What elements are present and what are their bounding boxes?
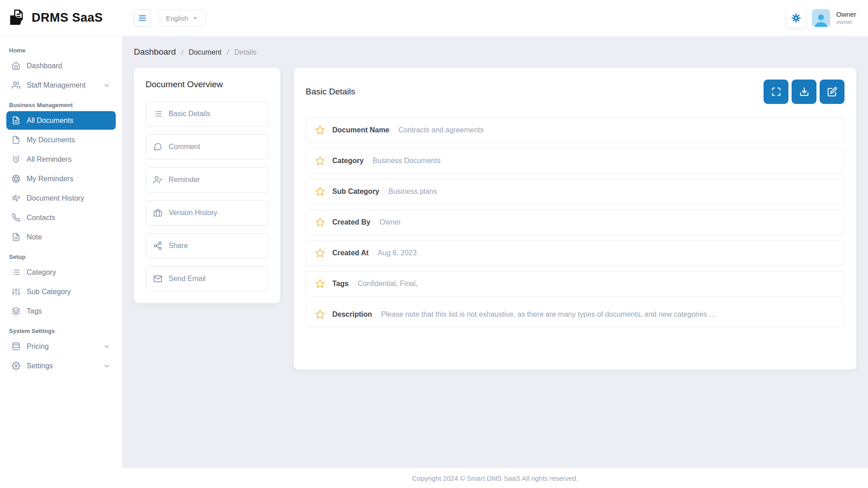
copyright-text: Copyright 2024 © Smart DMS SaaS All righ… xyxy=(412,474,578,482)
note-icon xyxy=(12,233,20,241)
star-icon xyxy=(315,279,325,289)
share-button[interactable]: Share xyxy=(146,233,269,258)
sidebar-item-dashboard[interactable]: Dashboard xyxy=(6,56,116,75)
sidebar-item-tags[interactable]: Tags xyxy=(6,302,116,320)
button-label: Reminder xyxy=(169,176,200,184)
sidebar-item-label: Sub Category xyxy=(27,288,71,296)
sidebar-item-label: My Documents xyxy=(27,136,75,144)
row-label: Tags xyxy=(332,280,349,288)
download-button[interactable] xyxy=(792,80,816,104)
chevron-down-icon xyxy=(103,362,110,370)
star-icon xyxy=(315,248,325,258)
edit-button[interactable] xyxy=(820,80,844,104)
sidebar-item-all-documents[interactable]: All Documents xyxy=(6,111,116,130)
sidebar-item-label: Settings xyxy=(27,362,53,370)
row-label: Description xyxy=(332,310,372,319)
sidebar-toggle-button[interactable] xyxy=(134,9,151,27)
version-history-button[interactable]: Version History xyxy=(146,200,269,225)
user-menu[interactable]: Owner owner xyxy=(836,10,856,26)
button-label: Send Email xyxy=(169,275,206,283)
gear-icon xyxy=(791,13,801,23)
breadcrumb-details: Details xyxy=(234,48,256,56)
hamburger-icon xyxy=(138,14,147,23)
star-icon xyxy=(315,310,325,319)
basic-details-button[interactable]: Basic Details xyxy=(146,101,269,127)
sidebar-item-staff-management[interactable]: Staff Management xyxy=(6,76,116,94)
briefcase-icon xyxy=(153,208,162,217)
share-icon xyxy=(153,241,162,250)
footer: Copyright 2024 © Smart DMS SaaS All righ… xyxy=(122,468,868,488)
detail-row-description: Description Please note that this list i… xyxy=(306,302,844,327)
button-label: Share xyxy=(169,242,188,250)
button-label: Basic Details xyxy=(169,110,210,118)
breadcrumb-separator: / xyxy=(227,48,229,56)
breadcrumb: Dashboard / Document / Details xyxy=(134,47,856,57)
breadcrumb-dashboard[interactable]: Dashboard xyxy=(134,47,176,57)
document-overview-card: Document Overview Basic Details Comment xyxy=(134,68,280,303)
download-icon xyxy=(799,87,809,97)
caret-down-icon xyxy=(193,15,198,21)
detail-row-created-at: Created At Aug 6, 2023 xyxy=(306,240,844,266)
sidebar-item-pricing[interactable]: Pricing xyxy=(6,337,116,356)
sidebar-item-my-reminders[interactable]: My Reminders xyxy=(6,169,116,188)
content-area: Dashboard / Document / Details Document … xyxy=(122,36,868,468)
chevron-down-icon xyxy=(103,82,110,89)
aperture-icon xyxy=(12,174,20,183)
sidebar-item-my-documents[interactable]: My Documents xyxy=(6,131,116,149)
layers-icon xyxy=(12,307,20,315)
sidebar-item-label: My Reminders xyxy=(27,175,73,183)
database-icon xyxy=(12,342,20,351)
detail-row-document-name: Document Name Contracts and agreements xyxy=(306,117,844,143)
sidebar-item-contacts[interactable]: Contacts xyxy=(6,208,116,227)
row-label: Category xyxy=(332,157,363,165)
mail-icon xyxy=(153,274,162,283)
sidebar: DRMS SaaS Home Dashboard Staff Managemen… xyxy=(0,0,122,488)
file-icon xyxy=(12,136,20,144)
row-value: Business plans xyxy=(388,188,437,196)
sidebar-item-settings[interactable]: Settings xyxy=(6,357,116,375)
sidebar-item-all-reminders[interactable]: All Reminders xyxy=(6,150,116,169)
settings-gear-button[interactable] xyxy=(787,9,806,28)
maximize-icon xyxy=(771,87,781,97)
sidebar-item-label: Pricing xyxy=(27,343,49,351)
sidebar-item-note[interactable]: Note xyxy=(6,228,116,246)
alarm-icon xyxy=(12,155,20,164)
home-icon xyxy=(12,61,20,70)
row-label: Sub Category xyxy=(332,188,379,196)
chevron-down-icon xyxy=(103,343,110,350)
star-icon xyxy=(315,187,325,197)
sidebar-item-label: All Documents xyxy=(27,117,73,125)
list-icon xyxy=(12,268,20,277)
star-icon xyxy=(315,217,325,227)
list-icon xyxy=(153,109,162,118)
send-email-button[interactable]: Send Email xyxy=(146,266,269,291)
user-role: owner xyxy=(836,19,856,26)
brand-logo[interactable]: DRMS SaaS xyxy=(0,0,122,36)
nav-section-setup: Setup xyxy=(9,253,113,260)
brand-name: DRMS SaaS xyxy=(32,11,103,25)
row-label: Created By xyxy=(332,218,370,226)
sidebar-item-label: Tags xyxy=(27,307,42,315)
sidebar-item-label: All Reminders xyxy=(27,155,72,164)
sidebar-item-label: Staff Management xyxy=(27,81,85,89)
file-text-icon xyxy=(12,116,20,125)
row-label: Created At xyxy=(332,249,368,257)
row-value: Business Documents xyxy=(373,157,440,165)
sidebar-item-document-history[interactable]: Document History xyxy=(6,189,116,207)
edit-icon xyxy=(827,87,837,97)
gear-icon xyxy=(12,361,20,370)
language-dropdown[interactable]: English xyxy=(158,9,206,27)
detail-row-tags: Tags Confidential, Final, xyxy=(306,271,844,296)
sidebar-item-sub-category[interactable]: Sub Category xyxy=(6,282,116,301)
reminder-button[interactable]: Reminder xyxy=(146,167,269,192)
comment-button[interactable]: Comment xyxy=(146,134,269,160)
breadcrumb-document[interactable]: Document xyxy=(189,48,222,56)
sidebar-item-label: Document History xyxy=(27,194,84,202)
maximize-button[interactable] xyxy=(764,80,788,104)
button-label: Version History xyxy=(169,209,217,217)
language-label: English xyxy=(166,14,188,22)
row-value: Contracts and agreements xyxy=(398,126,484,134)
sidebar-item-label: Contacts xyxy=(27,214,55,222)
user-avatar[interactable] xyxy=(812,9,830,27)
sidebar-item-category[interactable]: Category xyxy=(6,263,116,282)
